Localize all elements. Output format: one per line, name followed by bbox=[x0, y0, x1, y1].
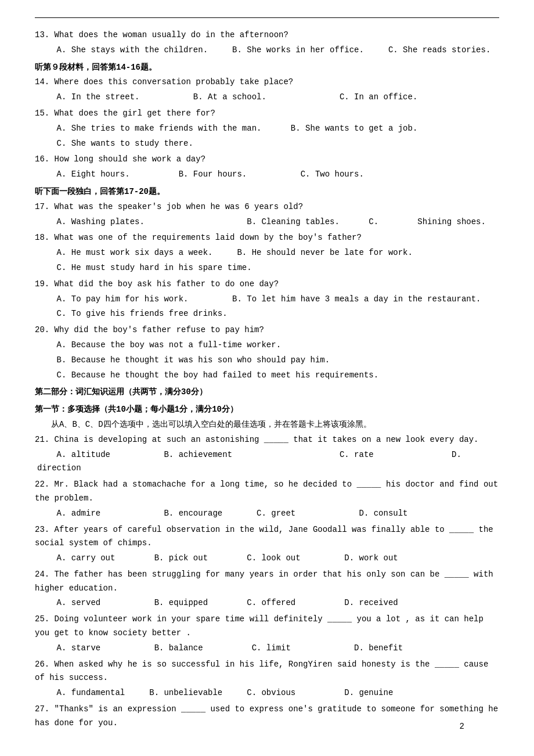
q23-options: A. carry out B. pick out C. look out D. … bbox=[35, 552, 499, 566]
q14-options: A. In the street. B. At a school. C. In … bbox=[35, 91, 499, 105]
question-25: 25. Doing volunteer work in your spare t… bbox=[35, 613, 499, 655]
q20-option-c: C. Because he thought the boy had failed… bbox=[35, 369, 499, 383]
question-14: 14. Where does this conversation probabl… bbox=[35, 75, 499, 105]
question-24: 24. The father has been struggling for m… bbox=[35, 568, 499, 610]
part2-header: 第二部分：词汇知识运用（共两节，满分30分） bbox=[35, 386, 499, 399]
q20-option-b: B. Because he thought it was his son who… bbox=[35, 354, 499, 368]
q20-text: 20. Why did the boy's father refuse to p… bbox=[35, 323, 499, 337]
q15-text: 15. What does the girl get there for? bbox=[35, 107, 499, 121]
question-20: 20. Why did the boy's father refuse to p… bbox=[35, 323, 499, 382]
question-13: 13. What does the woman usually do in th… bbox=[35, 28, 499, 57]
q17-options: A. Washing plates. B. Cleaning tables. C… bbox=[35, 215, 499, 229]
q19-text: 19. What did the boy ask his father to d… bbox=[35, 278, 499, 291]
q13-text: 13. What does the woman usually do in th… bbox=[35, 28, 499, 42]
section-9-header: 听第９段材料，回答第14-16题。 bbox=[35, 61, 499, 75]
q18-text: 18. What was one of the requirements lai… bbox=[35, 231, 499, 245]
question-23: 23. After years of careful observation i… bbox=[35, 523, 499, 566]
q18-option-c: C. He must study hard in his spare time. bbox=[35, 261, 499, 275]
question-27: 27. "Thanks" is an expression _____ used… bbox=[35, 703, 499, 730]
q16-options: A. Eight hours. B. Four hours. C. Two ho… bbox=[35, 168, 499, 182]
q24-options: A. served B. equipped C. offered D. rece… bbox=[35, 596, 499, 610]
q25-options: A. starve B. balance C. limit D. benefit bbox=[35, 642, 499, 656]
q15-options-ab: A. She tries to make friends with the ma… bbox=[35, 122, 499, 136]
q22-text: 22. Mr. Black had a stomachache for a lo… bbox=[35, 478, 499, 506]
q22-options: A. admire B. encourage C. greet D. consu… bbox=[35, 507, 499, 521]
q26-options: A. fundamental B. unbelievable C. obviou… bbox=[35, 686, 499, 700]
q25-text: 25. Doing volunteer work in your spare t… bbox=[35, 613, 499, 640]
q19-options-ab: A. To pay him for his work. B. To let hi… bbox=[35, 293, 499, 307]
section1-header: 第一节：多项选择（共10小题；每小题1分，满分10分） bbox=[35, 403, 499, 417]
page-content: 13. What does the woman usually do in th… bbox=[35, 28, 499, 748]
question-17: 17. What was the speaker's job when he w… bbox=[35, 200, 499, 229]
q24-text: 24. The father has been struggling for m… bbox=[35, 568, 499, 596]
question-18: 18. What was one of the requirements lai… bbox=[35, 231, 499, 275]
q19-option-c: C. To give his friends free drinks. bbox=[35, 307, 499, 321]
q20-option-a: A. Because the boy was not a full-time w… bbox=[35, 339, 499, 352]
q15-option-c: C. She wants to study there. bbox=[35, 137, 499, 151]
q14-text: 14. Where does this conversation probabl… bbox=[35, 75, 499, 89]
question-19: 19. What did the boy ask his father to d… bbox=[35, 278, 499, 321]
question-26: 26. When asked why he is so successful i… bbox=[35, 658, 499, 700]
q21-options: A. altitude B. achievement C. rate D. di… bbox=[35, 448, 499, 476]
q13-options: A. She stays with the children. B. She w… bbox=[35, 44, 499, 57]
question-22: 22. Mr. Black had a stomachache for a lo… bbox=[35, 478, 499, 520]
q17-text: 17. What was the speaker's job when he w… bbox=[35, 200, 499, 214]
q23-text: 23. After years of careful observation i… bbox=[35, 523, 499, 551]
q18-options-ab: A. He must work six days a week. B. He s… bbox=[35, 246, 499, 260]
section-mono-header: 听下面一段独白，回答第17-20题。 bbox=[35, 185, 499, 199]
question-21: 21. China is developing at such an aston… bbox=[35, 433, 499, 476]
q26-text: 26. When asked why he is so successful i… bbox=[35, 658, 499, 686]
top-divider bbox=[35, 17, 499, 18]
q27-text: 27. "Thanks" is an expression _____ used… bbox=[35, 703, 499, 730]
question-16: 16. How long should she work a day? A. E… bbox=[35, 153, 499, 182]
q16-text: 16. How long should she work a day? bbox=[35, 153, 499, 167]
question-15: 15. What does the girl get there for? A.… bbox=[35, 107, 499, 150]
exam-content: 13. What does the woman usually do in th… bbox=[35, 28, 499, 730]
page-number: 2 bbox=[460, 722, 464, 731]
instruction-text: 从A、B、C、D四个选项中，选出可以填入空白处的最佳选项，并在答题卡上将该项涂黑… bbox=[35, 418, 499, 432]
q21-text: 21. China is developing at such an aston… bbox=[35, 433, 499, 447]
